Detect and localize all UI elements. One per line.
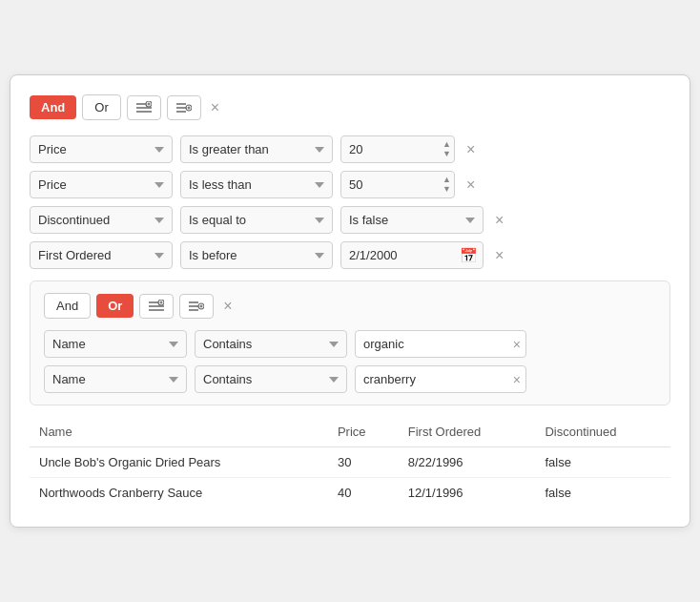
sub-filter-row: NamePriceDiscontinuedFirst Ordered Conta… — [44, 330, 656, 358]
table-cell: 12/1/1996 — [399, 478, 536, 509]
remove-filter-4[interactable]: × — [491, 245, 507, 266]
spinner-1: ▲ ▼ — [443, 139, 451, 160]
col-header-price: Price — [328, 417, 399, 447]
sub-value-wrap-2: × — [355, 365, 526, 393]
sub-filter-rows: NamePriceDiscontinuedFirst Ordered Conta… — [44, 330, 656, 393]
main-card: And Or × — [10, 74, 690, 528]
value-input-1[interactable] — [340, 135, 455, 163]
results-table: Name Price First Ordered Discontinued Un… — [30, 417, 670, 508]
sub-value-clear-2[interactable]: × — [513, 372, 521, 387]
date-wrap-4: 📅 — [340, 241, 484, 269]
operator-select-1[interactable]: Is greater thanIs less thanIs equal to — [180, 135, 333, 163]
top-toolbar: And Or × — [30, 94, 670, 120]
add-group-icon-button[interactable] — [167, 95, 201, 120]
remove-filter-2[interactable]: × — [463, 175, 479, 196]
sub-or-button[interactable]: Or — [96, 294, 134, 318]
sub-value-input-2[interactable] — [355, 365, 526, 393]
table-cell: 8/22/1996 — [399, 447, 536, 478]
table-row: Uncle Bob's Organic Dried Pears308/22/19… — [30, 447, 670, 478]
table-cell: Uncle Bob's Organic Dried Pears — [30, 447, 328, 478]
sub-and-button[interactable]: And — [44, 293, 91, 319]
operator-select-4[interactable]: Is beforeIs afterIs equal to — [180, 241, 333, 269]
field-select-2[interactable]: PriceNameDiscontinuedFirst Ordered — [30, 171, 173, 198]
table-cell: 30 — [328, 447, 399, 478]
table-cell: Northwoods Cranberry Sauce — [30, 478, 328, 509]
and-button[interactable]: And — [30, 95, 76, 119]
value-select-3[interactable]: Is trueIs false — [340, 206, 484, 234]
table-cell: 40 — [328, 478, 399, 509]
table-header-row: Name Price First Ordered Discontinued — [30, 417, 670, 447]
spinner-2: ▲ ▼ — [443, 175, 451, 196]
value-wrap-1: ▲ ▼ — [340, 135, 455, 163]
add-filter-icon-button[interactable] — [127, 95, 161, 120]
operator-select-3[interactable]: Is equal toIs not equal to — [180, 206, 333, 234]
field-select-4[interactable]: PriceNameDiscontinuedFirst Ordered — [30, 241, 173, 269]
filter-row: PriceNameDiscontinuedFirst Ordered Is gr… — [30, 135, 670, 163]
sub-toolbar: And Or — [44, 293, 656, 319]
filter-rows: PriceNameDiscontinuedFirst Ordered Is gr… — [30, 135, 670, 269]
sub-add-group-button[interactable] — [179, 294, 214, 319]
col-header-name: Name — [30, 417, 328, 447]
sub-value-input-1[interactable] — [355, 330, 526, 358]
sub-field-select-2[interactable]: NamePriceDiscontinuedFirst Ordered — [44, 365, 187, 393]
sub-add-filter-button[interactable] — [139, 294, 174, 319]
filter-row: PriceNameDiscontinuedFirst Ordered Is gr… — [30, 171, 670, 198]
or-button[interactable]: Or — [82, 94, 120, 120]
sub-group: And Or — [30, 280, 670, 405]
sub-operator-select-1[interactable]: ContainsDoes not containIs equal to — [195, 330, 347, 358]
col-header-discontinued: Discontinued — [535, 417, 670, 447]
table-cell: false — [535, 447, 670, 478]
operator-select-2[interactable]: Is greater thanIs less thanIs equal to — [180, 171, 333, 198]
sub-operator-select-2[interactable]: ContainsDoes not containIs equal to — [195, 365, 347, 393]
table-cell: false — [535, 478, 670, 509]
spinner-down-2[interactable]: ▼ — [443, 185, 451, 196]
value-input-2[interactable] — [340, 171, 455, 198]
sub-value-clear-1[interactable]: × — [513, 337, 521, 352]
spinner-down-1[interactable]: ▼ — [443, 150, 451, 160]
date-input-4[interactable] — [340, 241, 484, 269]
toolbar-close-button[interactable]: × — [207, 95, 223, 120]
remove-filter-1[interactable]: × — [463, 139, 479, 160]
remove-filter-3[interactable]: × — [491, 210, 507, 231]
filter-row: PriceNameDiscontinuedFirst Ordered Is eq… — [30, 206, 670, 234]
sub-value-wrap-1: × — [355, 330, 526, 358]
spinner-up-1[interactable]: ▲ — [443, 139, 451, 150]
sub-field-select-1[interactable]: NamePriceDiscontinuedFirst Ordered — [44, 330, 187, 358]
sub-toolbar-close-button[interactable]: × — [219, 294, 236, 319]
field-select-1[interactable]: PriceNameDiscontinuedFirst Ordered — [30, 135, 173, 163]
field-select-3[interactable]: PriceNameDiscontinuedFirst Ordered — [30, 206, 173, 234]
spinner-up-2[interactable]: ▲ — [443, 175, 451, 185]
col-header-first-ordered: First Ordered — [399, 417, 536, 447]
filter-row: PriceNameDiscontinuedFirst Ordered Is be… — [30, 241, 670, 269]
sub-filter-row: NamePriceDiscontinuedFirst Ordered Conta… — [44, 365, 656, 393]
value-wrap-2: ▲ ▼ — [340, 171, 455, 198]
table-row: Northwoods Cranberry Sauce4012/1/1996fal… — [30, 478, 670, 509]
